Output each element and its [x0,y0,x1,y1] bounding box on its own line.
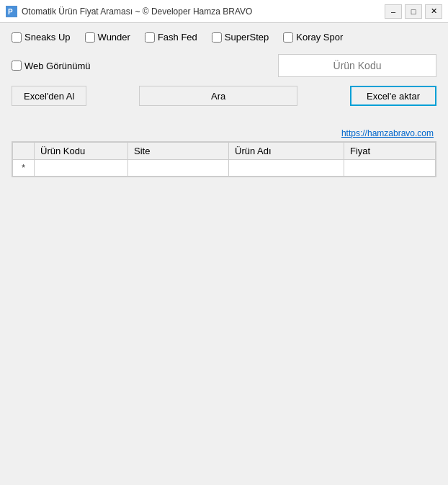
checkbox-fash-fed-input[interactable] [145,32,155,43]
excelden-al-button[interactable]: Excel'den Al [12,86,86,106]
main-content: Sneaks Up Wunder Fash Fed SuperStep Kora… [0,23,448,186]
checkbox-koray-spor[interactable]: Koray Spor [283,32,343,43]
excel-aktar-button[interactable]: Excel'e aktar [350,86,436,106]
hamzabravo-link[interactable]: https://hamzabravo.com [341,128,434,138]
cell-urun-adi [229,160,344,177]
checkbox-sneaks-up[interactable]: Sneaks Up [12,32,71,43]
spacer [12,113,436,128]
checkbox-row: Sneaks Up Wunder Fash Fed SuperStep Kora… [12,32,436,43]
checkbox-wunder-label: Wunder [98,32,130,43]
checkbox-fash-fed-label: Fash Fed [158,32,197,43]
table-header-row: Ürün Kodu Site Ürün Adı Fiyat [13,143,436,160]
checkbox-superstep[interactable]: SuperStep [212,32,269,43]
col-header-num [13,143,35,160]
checkbox-superstep-input[interactable] [212,32,222,43]
cell-site [128,160,229,177]
title-bar-controls: – □ ✕ [385,4,442,19]
checkbox-wunder-input[interactable] [85,32,95,43]
checkbox-koray-spor-label: Koray Spor [296,32,343,43]
table-body: * [13,160,436,177]
row-indicator: * [13,160,35,177]
table-header: Ürün Kodu Site Ürün Adı Fiyat [13,143,436,160]
col-header-urun-adi: Ürün Adı [229,143,344,160]
title-bar-left: P Otomatik Ürün Fiyat Araması ~ © Develo… [6,6,252,17]
checkbox-fash-fed[interactable]: Fash Fed [145,32,197,43]
action-row: Excel'den Al Ara Excel'e aktar [12,86,436,106]
col-header-urun-kodu: Ürün Kodu [35,143,128,160]
ara-button[interactable]: Ara [139,86,297,106]
close-button[interactable]: ✕ [425,4,442,19]
table-container: Ürün Kodu Site Ürün Adı Fiyat * [12,141,436,177]
cell-urun-kodu [35,160,128,177]
col-header-site: Site [128,143,229,160]
link-area: https://hamzabravo.com [12,128,436,138]
col-header-fiyat: Fiyat [344,143,436,160]
urun-kodu-input[interactable] [278,54,436,77]
checkbox-wunder[interactable]: Wunder [85,32,130,43]
checkbox-sneaks-up-input[interactable] [12,32,22,43]
middle-row: Web Görünümü [12,54,436,77]
checkbox-web-gorunum-label: Web Görünümü [24,61,91,71]
minimize-button[interactable]: – [385,4,402,19]
checkbox-koray-spor-input[interactable] [283,32,293,43]
checkbox-web-gorunum-input[interactable] [12,61,22,71]
data-table: Ürün Kodu Site Ürün Adı Fiyat * [12,142,436,177]
checkbox-superstep-label: SuperStep [225,32,269,43]
app-icon: P [6,6,17,17]
title-text: Otomatik Ürün Fiyat Araması ~ © Develope… [22,6,252,17]
table-row: * [13,160,436,177]
checkbox-sneaks-up-label: Sneaks Up [24,32,71,43]
cell-fiyat [344,160,436,177]
maximize-button[interactable]: □ [405,4,422,19]
title-bar: P Otomatik Ürün Fiyat Araması ~ © Develo… [0,0,448,23]
checkbox-web-gorunum[interactable]: Web Görünümü [12,61,91,71]
svg-text:P: P [8,8,13,16]
